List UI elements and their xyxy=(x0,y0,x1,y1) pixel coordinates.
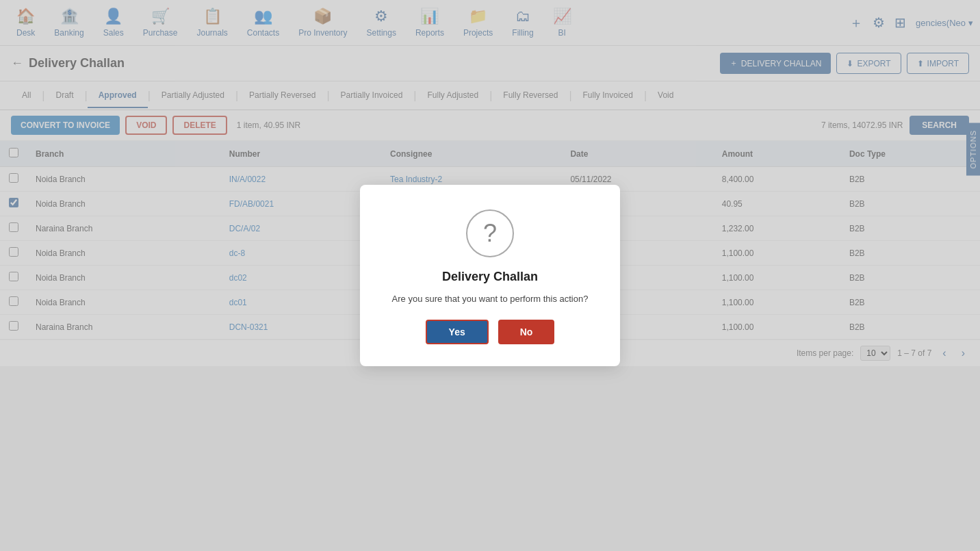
modal-message: Are you sure that you want to perform th… xyxy=(392,292,589,306)
modal-title: Delivery Challan xyxy=(442,270,538,284)
modal-question-icon: ? xyxy=(466,209,514,257)
modal-no-button[interactable]: No xyxy=(498,320,555,344)
modal-actions: Yes No xyxy=(426,320,555,344)
modal-yes-button[interactable]: Yes xyxy=(426,320,489,344)
confirmation-modal: ? Delivery Challan Are you sure that you… xyxy=(360,185,620,366)
modal-overlay: ? Delivery Challan Are you sure that you… xyxy=(0,0,980,551)
